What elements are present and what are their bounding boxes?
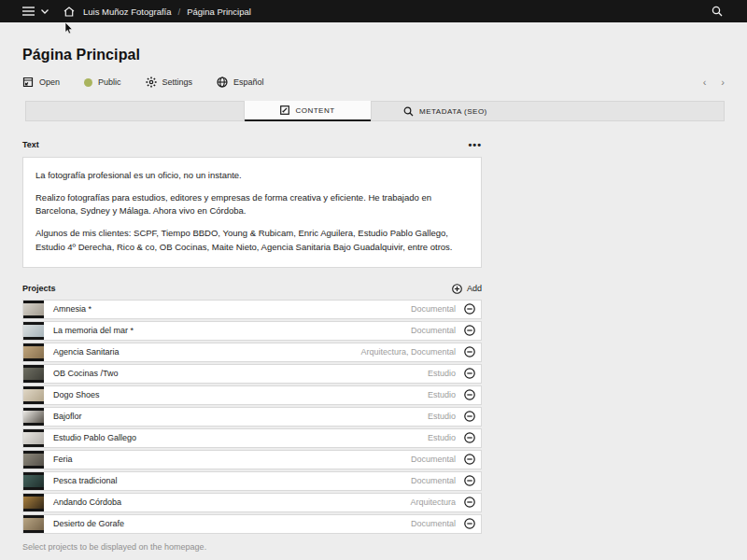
project-thumbnail bbox=[23, 429, 44, 447]
ellipsis-icon[interactable]: ••• bbox=[468, 139, 482, 150]
project-title: La memoria del mar * bbox=[44, 322, 411, 340]
project-category: Documental bbox=[411, 472, 456, 490]
gear-icon bbox=[146, 77, 157, 88]
project-row[interactable]: Dogo Shoes Estudio bbox=[22, 385, 482, 405]
pane-placeholder bbox=[25, 101, 245, 121]
project-row[interactable]: Amnesia * Documental bbox=[22, 300, 482, 319]
search-icon[interactable] bbox=[712, 6, 723, 17]
project-title: Agencia Sanitaria bbox=[44, 343, 360, 361]
globe-icon bbox=[217, 77, 228, 88]
projects-field-header: Projects Add bbox=[22, 284, 482, 294]
text-field-header: Text ••• bbox=[22, 139, 482, 150]
chevron-right-icon[interactable]: › bbox=[721, 77, 725, 88]
project-thumbnail bbox=[23, 386, 44, 404]
project-title: Dogo Shoes bbox=[44, 386, 428, 404]
projects-list: Amnesia * Documental La memoria del mar … bbox=[22, 300, 482, 534]
project-title: Estudio Pablo Gallego bbox=[44, 429, 428, 447]
add-project-button[interactable]: Add bbox=[452, 284, 482, 294]
project-thumbnail bbox=[23, 343, 44, 361]
remove-circle-icon[interactable] bbox=[464, 515, 475, 533]
remove-circle-icon[interactable] bbox=[464, 301, 475, 318]
top-bar: Luis Muñoz Fotografía / Página Principal bbox=[0, 0, 747, 22]
text-editor[interactable]: La fotografía profesional es un oficio, … bbox=[22, 157, 482, 268]
project-category: Documental bbox=[411, 515, 456, 533]
project-title: Pesca tradicional bbox=[44, 472, 411, 490]
top-bar-left: Luis Muñoz Fotografía / Página Principal bbox=[22, 7, 712, 17]
tab-metadata-label: METADATA (SEO) bbox=[419, 107, 487, 116]
remove-circle-icon[interactable] bbox=[464, 429, 475, 447]
publish-status[interactable]: Public bbox=[84, 77, 121, 87]
project-category: Documental bbox=[411, 322, 456, 340]
project-thumbnail bbox=[23, 472, 44, 490]
pane-navigation: ‹ › bbox=[703, 77, 725, 88]
remove-circle-icon[interactable] bbox=[464, 386, 475, 404]
remove-circle-icon[interactable] bbox=[464, 494, 475, 511]
status-dot bbox=[84, 78, 92, 87]
project-title: Andando Córdoba bbox=[44, 494, 410, 511]
project-row[interactable]: Estudio Pablo Gallego Estudio bbox=[22, 428, 482, 448]
remove-circle-icon[interactable] bbox=[464, 408, 475, 426]
project-row[interactable]: Agencia Sanitaria Arquitectura, Document… bbox=[22, 343, 482, 362]
remove-circle-icon[interactable] bbox=[464, 365, 475, 383]
project-row[interactable]: Pesca tradicional Documental bbox=[22, 471, 482, 491]
paragraph: Algunos de mis clientes: SCPF, Tiempo BB… bbox=[35, 227, 469, 254]
add-label: Add bbox=[467, 284, 482, 293]
plus-circle-icon bbox=[452, 284, 462, 294]
project-thumbnail bbox=[23, 322, 44, 340]
open-label: Open bbox=[39, 77, 60, 87]
breadcrumb-separator: / bbox=[178, 7, 181, 17]
project-category: Estudio bbox=[428, 429, 456, 447]
project-thumbnail bbox=[23, 301, 44, 318]
project-category: Documental bbox=[411, 301, 456, 318]
projects-help-text: Select projects to be displayed on the h… bbox=[22, 542, 725, 552]
breadcrumb-site[interactable]: Luis Muñoz Fotografía bbox=[83, 7, 172, 17]
project-thumbnail bbox=[23, 451, 44, 469]
tab-content-label: CONTENT bbox=[295, 106, 334, 115]
project-title: Amnesia * bbox=[44, 301, 411, 318]
project-row[interactable]: La memoria del mar * Documental bbox=[22, 321, 482, 341]
settings-label: Settings bbox=[162, 77, 193, 87]
search-icon-small bbox=[403, 106, 414, 117]
project-category: Estudio bbox=[428, 408, 456, 426]
project-row[interactable]: Desierto de Gorafe Documental bbox=[22, 514, 482, 534]
language-button[interactable]: Español bbox=[217, 77, 264, 88]
page-title: Página Principal bbox=[22, 47, 725, 63]
project-thumbnail bbox=[23, 408, 44, 426]
project-title: Desierto de Gorafe bbox=[44, 515, 411, 533]
tab-metadata-seo[interactable]: METADATA (SEO) bbox=[371, 101, 725, 121]
open-button[interactable]: Open bbox=[22, 77, 60, 88]
menu-icon[interactable] bbox=[22, 7, 35, 16]
remove-circle-icon[interactable] bbox=[464, 472, 475, 490]
document-pane: Página Principal Open Public Settings Es… bbox=[0, 47, 747, 552]
breadcrumb-page[interactable]: Página Principal bbox=[187, 7, 251, 17]
home-icon[interactable] bbox=[63, 7, 75, 17]
project-thumbnail bbox=[23, 515, 44, 533]
project-title: OB Cocinas /Two bbox=[44, 365, 428, 383]
paragraph: La fotografía profesional es un oficio, … bbox=[35, 169, 469, 183]
project-category: Estudio bbox=[428, 365, 456, 383]
project-title: Bajoflor bbox=[44, 408, 428, 426]
status-label: Public bbox=[98, 77, 121, 87]
project-row[interactable]: OB Cocinas /Two Estudio bbox=[22, 364, 482, 384]
project-thumbnail bbox=[23, 365, 44, 383]
project-category: Estudio bbox=[428, 386, 456, 404]
tab-content[interactable]: CONTENT bbox=[245, 101, 371, 121]
compose-icon bbox=[280, 105, 289, 115]
mouse-cursor bbox=[64, 22, 73, 35]
project-row[interactable]: Bajoflor Estudio bbox=[22, 407, 482, 427]
remove-circle-icon[interactable] bbox=[464, 322, 475, 340]
text-paragraphs: La fotografía profesional es un oficio, … bbox=[35, 169, 469, 255]
project-row[interactable]: Andando Córdoba Arquitectura bbox=[22, 493, 482, 512]
chevron-down-icon[interactable] bbox=[41, 9, 49, 14]
remove-circle-icon[interactable] bbox=[464, 343, 475, 361]
project-thumbnail bbox=[23, 494, 44, 511]
project-category: Arquitectura, Documental bbox=[360, 343, 456, 361]
chevron-left-icon[interactable]: ‹ bbox=[703, 77, 707, 88]
project-row[interactable]: Feria Documental bbox=[22, 450, 482, 469]
remove-circle-icon[interactable] bbox=[464, 451, 475, 469]
settings-button[interactable]: Settings bbox=[146, 77, 193, 88]
project-title: Feria bbox=[44, 451, 411, 469]
project-category: Documental bbox=[411, 451, 456, 469]
document-actions-row: Open Public Settings Español ‹ › bbox=[22, 76, 725, 89]
breadcrumb: Luis Muñoz Fotografía / Página Principal bbox=[83, 7, 251, 17]
